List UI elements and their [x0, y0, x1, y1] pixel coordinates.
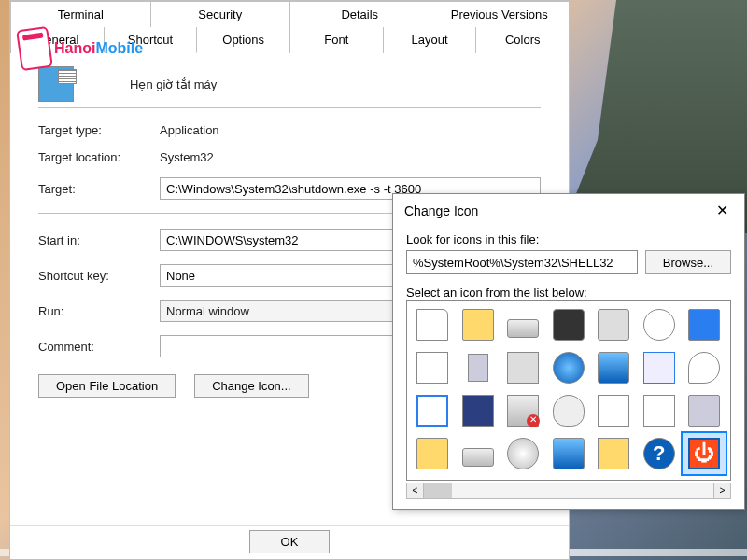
internet-globe-icon[interactable]: [547, 347, 590, 388]
watermark-text: HanoiMobile: [54, 40, 143, 57]
target-location-value: System32: [160, 150, 541, 164]
run-label: Run:: [38, 304, 160, 318]
usb-drive-icon[interactable]: [683, 390, 726, 431]
target-label: Target:: [38, 182, 160, 196]
look-for-icons-label: Look for icons in this file:: [406, 232, 731, 246]
drive-alt-icon[interactable]: [457, 433, 500, 474]
target-type-value: Application: [160, 123, 541, 137]
tab-options[interactable]: Options: [196, 27, 290, 53]
chart-icon[interactable]: [638, 390, 681, 431]
blank-document-icon[interactable]: [411, 304, 454, 345]
chip-icon[interactable]: [547, 304, 590, 345]
tab-layout[interactable]: Layout: [383, 27, 477, 53]
tab-row-1: Terminal Security Details Previous Versi…: [10, 1, 569, 27]
tab-terminal[interactable]: Terminal: [10, 1, 151, 27]
scroll-left-icon[interactable]: <: [407, 483, 424, 498]
mouse-icon[interactable]: [547, 390, 590, 431]
change-icon-title: Change Icon: [404, 203, 478, 218]
folder-icon[interactable]: [457, 304, 500, 345]
tab-font[interactable]: Font: [289, 27, 384, 53]
shortcut-key-label: Shortcut key:: [38, 269, 160, 283]
target-location-label: Target location:: [38, 150, 160, 164]
network-nodes-icon[interactable]: [592, 390, 635, 431]
hard-drive-icon[interactable]: [501, 304, 544, 345]
keypad-icon[interactable]: [592, 433, 635, 474]
scroll-track[interactable]: [424, 483, 713, 498]
ok-button[interactable]: OK: [249, 530, 330, 553]
change-icon-dialog: Change Icon ✕ Look for icons in this fil…: [392, 193, 745, 510]
target-type-label: Target type:: [38, 123, 160, 137]
help-icon[interactable]: ?: [638, 433, 681, 474]
computer-tower-icon[interactable]: [457, 347, 500, 388]
open-file-location-button[interactable]: Open File Location: [38, 374, 176, 398]
scroll-right-icon[interactable]: >: [713, 483, 730, 498]
optical-disc-icon[interactable]: [501, 433, 544, 474]
display-icon[interactable]: [683, 304, 726, 345]
shortcut-name: Hẹn giờ tắt máy: [130, 77, 217, 91]
drive-error-icon[interactable]: [501, 390, 544, 431]
floppy-disk-icon[interactable]: [457, 390, 500, 431]
clock-document-icon[interactable]: [638, 304, 681, 345]
control-panel-icon[interactable]: [638, 347, 681, 388]
dialog-bottom-bar: OK: [10, 525, 569, 559]
network-drive-icon[interactable]: [501, 347, 544, 388]
icon-file-path-input[interactable]: [406, 250, 638, 274]
watermark-logo: HanoiMobile: [19, 28, 143, 69]
close-icon[interactable]: ✕: [711, 202, 733, 219]
monitor-alt-icon[interactable]: [547, 433, 590, 474]
tab-previous-versions[interactable]: Previous Versions: [430, 1, 571, 27]
printer-icon[interactable]: [592, 304, 635, 345]
icon-list-scrollbar[interactable]: < >: [406, 483, 731, 499]
power-icon[interactable]: [683, 433, 726, 474]
browse-button[interactable]: Browse...: [645, 250, 731, 274]
tab-security[interactable]: Security: [150, 1, 291, 27]
tab-details[interactable]: Details: [289, 1, 430, 27]
shortcut-current-icon: [38, 66, 74, 102]
divider: [38, 107, 541, 108]
start-in-label: Start in:: [38, 233, 160, 247]
phone-badge-icon: [16, 26, 53, 71]
text-document-icon[interactable]: [411, 347, 454, 388]
folder-open-icon[interactable]: [411, 433, 454, 474]
scroll-thumb[interactable]: [424, 483, 452, 498]
tab-colors[interactable]: Colors: [475, 27, 570, 53]
search-icon[interactable]: [683, 347, 726, 388]
window-icon[interactable]: [411, 390, 454, 431]
monitor-icon[interactable]: [592, 347, 635, 388]
select-icon-label: Select an icon from the list below:: [406, 286, 731, 300]
comment-label: Comment:: [38, 340, 160, 354]
change-icon-button[interactable]: Change Icon...: [194, 374, 309, 398]
icon-list: ?: [406, 300, 731, 481]
